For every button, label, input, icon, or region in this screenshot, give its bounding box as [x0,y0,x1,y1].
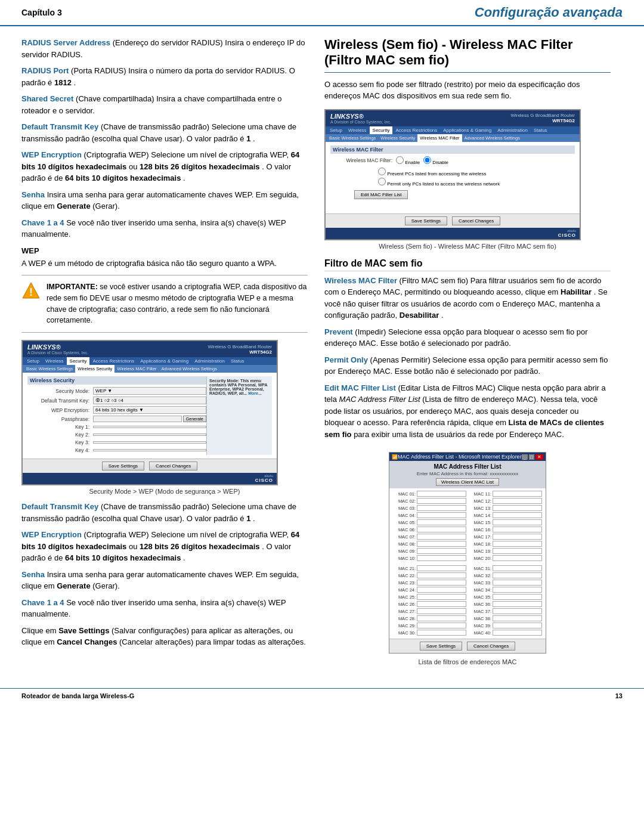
disable-radio[interactable] [423,156,431,164]
mac-input-14[interactable] [493,512,542,518]
prevent-radio-label[interactable]: Prevent PCs listed from accessing the wi… [378,171,487,176]
tab-setup2[interactable]: Setup [327,126,345,134]
enable-radio[interactable] [396,156,404,164]
field-value[interactable] [93,426,206,428]
mac-input-17[interactable] [493,534,542,540]
mac-list-save-btn[interactable]: Save Settings [420,642,462,651]
term-wep-encryption: WEP Encryption (Criptografia WEP) Seleci… [21,149,308,184]
mac-input-16[interactable] [493,527,542,532]
field-label: Key 2: [27,432,93,438]
field-value[interactable] [93,441,206,444]
mac-input-08[interactable] [417,541,466,547]
term-bold-value: 1 [246,514,250,523]
mac-input-32[interactable] [493,572,542,578]
mac-input-22[interactable] [417,572,466,578]
router-subtitle: A Division of Cisco Systems, Inc. [27,351,88,355]
prevent-radio[interactable] [378,168,386,175]
router-header: LINKSYS® A Division of Cisco Systems, In… [23,341,277,357]
passphrase-input[interactable] [93,416,182,422]
tab-access[interactable]: Access Restrictions [89,357,137,365]
tab-setup[interactable]: Setup [24,357,42,365]
mac-input-28[interactable] [417,615,466,621]
mac-input-27[interactable] [417,608,466,614]
mac-input-31[interactable] [493,565,542,571]
tab-admin2[interactable]: Administration [494,126,531,134]
term-label: Shared Secret [21,94,73,103]
close-btn[interactable]: ✕ [535,454,543,460]
mac-input-12[interactable] [493,498,542,504]
more-link[interactable]: More... [248,391,262,395]
mac-input-40[interactable] [493,630,542,636]
enable-radio-label[interactable]: Enable [396,156,420,165]
mac-input-36[interactable] [493,601,542,607]
tab-security2-active[interactable]: Security [370,126,393,134]
mac-input-13[interactable] [493,505,542,511]
mac-input-04[interactable] [417,512,466,518]
mac-list-header: MAC Address Filter List Enter MAC Addres… [389,461,546,488]
subtab-mac-active[interactable]: Wireless MAC Filter [417,134,462,142]
mac-input-24[interactable] [417,587,466,593]
mac-input-35[interactable] [493,594,542,600]
mac-row-08: MAC 08: [393,541,466,547]
mac-input-09[interactable] [417,548,466,554]
subtab-advanced[interactable]: Advanced Wireless Settings [159,365,219,373]
tab-apps2[interactable]: Applications & Gaming [440,126,494,134]
save-settings-btn2[interactable]: Save Settings [405,216,447,225]
mac-input-39[interactable] [493,623,542,628]
permit-radio-label[interactable]: Permit only PCs listed to access the wir… [378,181,500,187]
svg-text:!: ! [29,286,33,298]
mac-input-06[interactable] [417,527,466,532]
edit-mac-filter-list-btn[interactable]: Edit MAC Filter List [354,190,408,199]
mac-input-37[interactable] [493,608,542,614]
mac-input-25[interactable] [417,594,466,600]
mac-input-38[interactable] [493,615,542,621]
tab-access2[interactable]: Access Restrictions [392,126,440,134]
mac-row-12: MAC 12: [469,498,542,504]
tab-security-active[interactable]: Security [67,357,90,365]
mac-input-34[interactable] [493,587,542,593]
tab-apps[interactable]: Applications & Gaming [137,357,191,365]
subtab-advanced2[interactable]: Advanced Wireless Settings [462,134,522,142]
mac-input-19[interactable] [493,548,542,554]
cancel-changes-btn2[interactable]: Cancel Changes [452,216,500,225]
disable-radio-label[interactable]: Disable [423,156,448,165]
save-settings-btn[interactable]: Save Settings [102,462,144,470]
chapter-label: Capítulo 3 [21,8,62,17]
tab-status[interactable]: Status [228,357,247,365]
mac-input-29[interactable] [417,623,466,628]
mac-input-10[interactable] [417,555,466,561]
tab-status2[interactable]: Status [531,126,550,134]
mac-input-18[interactable] [493,541,542,547]
permit-radio[interactable] [378,178,386,185]
mac-input-23[interactable] [417,580,466,586]
mac-input-02[interactable] [417,498,466,504]
minimize-btn[interactable]: _ [522,454,528,460]
subtab-security2[interactable]: Wireless Security [378,134,417,142]
mac-input-03[interactable] [417,505,466,511]
wireless-client-mac-list-btn[interactable]: Wireless Client MAC List [436,478,499,486]
mac-input-26[interactable] [417,601,466,607]
subtab-basic[interactable]: Basic Wireless Settings [24,365,75,373]
mac-input-33[interactable] [493,580,542,586]
maximize-btn[interactable]: □ [529,454,534,460]
mac-input-15[interactable] [493,519,542,525]
mac-list-cancel-btn[interactable]: Cancel Changes [467,642,515,651]
field-value[interactable] [93,433,206,436]
mac-input-11[interactable] [493,491,542,497]
subtab-security-active[interactable]: Wireless Security [75,365,114,373]
subtab-basic2[interactable]: Basic Wireless Settings [327,134,378,142]
subtab-mac[interactable]: Wireless MAC Filter [114,365,159,373]
mac-input-05[interactable] [417,519,466,525]
mac-input-30[interactable] [417,630,466,636]
cancel-changes-btn[interactable]: Cancel Changes [149,462,197,470]
generate-btn[interactable]: Generate [183,416,206,422]
mac-input-20[interactable] [493,555,542,561]
tab-wireless2[interactable]: Wireless [345,126,370,134]
mac-input-07[interactable] [417,534,466,540]
field-value[interactable] [93,449,206,451]
right-section-title: Filtro de MAC sem fio [324,258,611,271]
mac-input-01[interactable] [417,491,466,497]
tab-admin[interactable]: Administration [191,357,228,365]
tab-wireless[interactable]: Wireless [42,357,67,365]
mac-input-21[interactable] [417,565,466,571]
